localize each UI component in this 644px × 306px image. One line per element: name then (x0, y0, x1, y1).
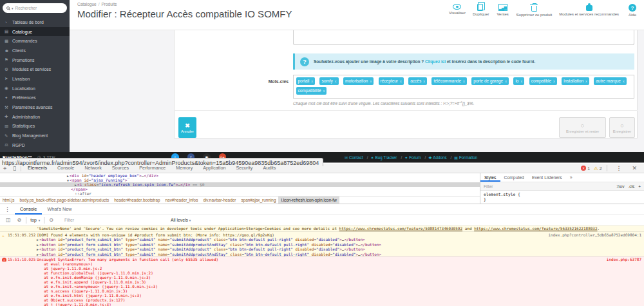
sidebar-item-statistiques[interactable]: ▥ Statistiques (0, 122, 70, 131)
remove-tag-icon[interactable]: x (400, 79, 402, 84)
breadcrumb-produits[interactable]: Produits (101, 2, 117, 6)
sidebar-item-localisation[interactable]: ◉ Localisation (0, 84, 70, 93)
source-location-link[interactable]: index.php:63787 (607, 257, 641, 262)
console-message[interactable]: at j (jquery-1.11.0.min.js:3) (0, 302, 644, 306)
cliquez-ici-link[interactable]: Cliquez ici (425, 59, 446, 64)
remove-tag-icon[interactable]: x (520, 79, 522, 84)
save-button[interactable]: ○ Enregistrer (609, 117, 635, 138)
remove-tag-icon[interactable]: x (505, 79, 507, 84)
console-message[interactable]: at Function.globalEval (jquery-1.11.0.mi… (0, 271, 644, 275)
sidebar-item-catalogue[interactable]: ▤ Catalogue (0, 27, 70, 37)
forum-link[interactable]: ✦ Forum (404, 155, 428, 160)
sidebar-item-commandes[interactable]: ▦ Commandes (0, 36, 70, 46)
console-message[interactable]: 15:51:05.252[DOM] Found 4 elements with … (0, 231, 644, 237)
console-message[interactable]: at jquery-1.11.0.min.js:2 (0, 266, 644, 271)
keyword-tag[interactable]: porte de garage x (471, 77, 509, 85)
keyword-tag[interactable]: récepteur x (379, 77, 404, 85)
error-count-badge[interactable]: ✕1 (581, 166, 590, 171)
log-levels-dropdown[interactable]: All levels ▾ (171, 218, 191, 222)
console-sidebar-icon[interactable]: ◫ (3, 217, 14, 223)
console-message[interactable]: ▶<button id="product_form_submit_btn" ty… (0, 242, 644, 247)
search-input[interactable]: ▾ Rechercher (3, 3, 67, 13)
kebab-menu-icon[interactable]: ⋮ (0, 206, 15, 213)
keyword-tag[interactable]: compatible x (529, 77, 557, 85)
cancel-button[interactable]: ✖ Annuler (178, 117, 196, 138)
save-and-stay-button[interactable]: ○ Enregistrer et rester (559, 117, 606, 138)
sidebar-item-parametres-avances[interactable]: ⚒ Paramètres avancés (0, 102, 70, 112)
more-tabs[interactable]: » (566, 173, 576, 182)
source-location-link[interactable]: index.php?controller…5db65a8752ed69804:1 (549, 232, 642, 237)
console-message[interactable]: at Object.success (products.js:127) (0, 298, 644, 302)
remove-tag-icon[interactable]: x (623, 79, 625, 84)
styles-filter-input[interactable]: Filter (484, 184, 612, 189)
addons-link[interactable]: ✚ Addons (428, 155, 454, 160)
keyword-tag[interactable]: télécommande x (431, 77, 466, 85)
hov-toggle[interactable]: :hov (616, 184, 624, 189)
dom-tree-row[interactable]: ::after (0, 191, 480, 196)
sidebar-item-promotions[interactable]: ⚑ Promotions (0, 55, 70, 65)
bug-tracker-link[interactable]: ✶ Bug Tracker (370, 155, 404, 160)
supprimer-action[interactable]: Supprimer ce produit (516, 4, 553, 17)
keyword-tag[interactable]: autre marque x (594, 77, 626, 85)
new-style-rule-button[interactable]: + (638, 184, 641, 189)
console-message[interactable]: 'SameSite=None' and 'Secure'. You can re… (0, 225, 644, 231)
sidebar-item-tableau-de-bord[interactable]: ◔ Tableau de bord (0, 17, 70, 27)
console-message[interactable]: 15:51:10.025Uncaught SyntaxError: Too ma… (0, 256, 644, 262)
element-style-rule[interactable]: element.style { } (480, 191, 644, 204)
keywords-field[interactable]: portail x somfy x motorisation x récepte… (293, 75, 634, 99)
keyword-tag[interactable]: portail x (296, 77, 315, 85)
sidebar-item-livraison[interactable]: ➤ Livraison (0, 74, 70, 84)
visualiser-action[interactable]: Visualiser (449, 4, 466, 15)
keyword-tag[interactable]: accès x (408, 77, 427, 85)
keyword-tag[interactable]: io x (513, 77, 524, 85)
dom-tree-row[interactable]: </span> (0, 187, 480, 191)
sidebar-item-preferences[interactable]: ✦ Préférences (0, 93, 70, 103)
ventes-action[interactable]: Ventes (497, 4, 509, 16)
remove-tag-icon[interactable]: x (323, 88, 325, 93)
context-selector[interactable]: top▾ (30, 218, 40, 222)
styles-tab[interactable]: Styles (480, 173, 500, 182)
console-drawer-tab[interactable]: Console (15, 204, 42, 215)
console-message[interactable]: ▶<button id="product_form_submit_btn" ty… (0, 247, 644, 252)
remove-tag-icon[interactable]: x (585, 79, 587, 84)
contact-link[interactable]: ✉ Contact (345, 155, 370, 160)
clear-console-icon[interactable]: ⊘ (14, 217, 25, 223)
kebab-menu-icon[interactable]: ⋮ (612, 165, 625, 171)
remove-tag-icon[interactable]: x (553, 79, 555, 84)
remove-tag-icon[interactable]: x (370, 79, 372, 84)
sidebar-item-clients[interactable]: ☻ Clients (0, 46, 70, 55)
breadcrumb-catalogue[interactable]: Catalogue (77, 2, 97, 6)
remove-tag-icon[interactable]: x (335, 79, 337, 84)
dupliquer-action[interactable]: Dupliquer (473, 4, 489, 16)
dom-tree-row[interactable]: ▼<span id="ajax_running"> (0, 178, 480, 182)
whats-new-tab[interactable]: What's New (42, 204, 77, 215)
aide-action[interactable]: Aide (626, 4, 639, 17)
dom-tree-row[interactable]: ▶<div id="header_employee_box">…</div> (0, 173, 480, 178)
description-editor[interactable] (293, 30, 634, 45)
remove-tag-icon[interactable]: x (423, 79, 425, 84)
live-expression-icon[interactable]: ⊙ (46, 217, 57, 223)
console-message[interactable]: at e.fn.init.append (jquery-1.11.0.min.j… (0, 280, 644, 284)
keyword-tag[interactable]: motorisation x (343, 77, 374, 85)
sidebar-item-modules-et-services[interactable]: ⚙ Modules et services (0, 64, 70, 74)
keyword-tag[interactable]: compatibilité x (296, 87, 327, 95)
remove-tag-icon[interactable]: x (311, 79, 313, 84)
computed-tab[interactable]: Computed (500, 173, 528, 182)
modules-action[interactable]: Modules et services recommandés (559, 4, 619, 16)
console-message[interactable]: at eval (<anonymous>) (0, 262, 644, 266)
console-message[interactable]: at e.fn.init.html (jquery-1.11.0.min.js:… (0, 293, 644, 298)
sidebar-item-rgpd[interactable]: ⚖ RGPD (0, 140, 70, 150)
event-listeners-tab[interactable]: Event Listeners (528, 173, 566, 182)
console-message[interactable]: at e.fn.init.domManip (jquery-1.11.0.min… (0, 275, 644, 280)
remove-tag-icon[interactable]: x (463, 79, 465, 84)
close-devtools-icon[interactable]: ✕ (629, 165, 640, 171)
keyword-tag[interactable]: somfy x (319, 77, 338, 85)
console-message[interactable]: at n.access (jquery-1.11.0.min.js:3) (0, 289, 644, 293)
console-message[interactable]: ▶<button id="product_form_submit_btn" ty… (0, 252, 644, 257)
formation-link[interactable]: ▤ Formation (454, 155, 477, 160)
chevron-down-icon[interactable]: ▾ (12, 6, 14, 10)
console-message[interactable]: ▶<button id="product_form_submit_btn" ty… (0, 237, 644, 242)
sidebar-item-administration[interactable]: ✚ Administration (0, 112, 70, 122)
warning-count-badge[interactable]: ⚠2 (594, 166, 602, 171)
keyword-tag[interactable]: installation x (562, 77, 589, 85)
